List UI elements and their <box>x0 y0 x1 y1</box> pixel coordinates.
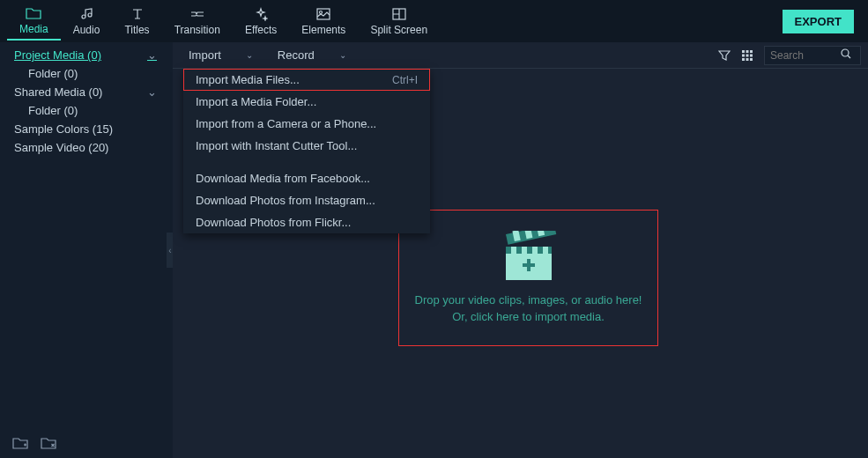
search-icon[interactable] <box>841 48 851 62</box>
tree-item-folder[interactable]: Folder (0) <box>0 64 173 83</box>
tree-label: Folder (0) <box>28 104 78 117</box>
svg-rect-3 <box>742 50 745 53</box>
folder-icon <box>26 5 41 21</box>
tree-label: Sample Video (20) <box>14 141 108 154</box>
tree-label: Sample Colors (15) <box>14 122 113 136</box>
tree-label: Shared Media (0) <box>14 85 102 99</box>
dropdown-label: Import <box>189 48 221 62</box>
menu-label: Import Media Files... <box>196 73 300 86</box>
menu-import-media-files[interactable]: Import Media Files... Ctrl+I <box>183 69 430 91</box>
content-toolbar: Import ⌄ Record ⌄ <box>173 42 868 69</box>
import-menu: Import Media Files... Ctrl+I Import a Me… <box>183 69 430 233</box>
tab-label: Effects <box>245 24 277 36</box>
tab-label: Titles <box>124 24 149 36</box>
transition-icon <box>189 6 205 22</box>
menu-import-camera-phone[interactable]: Import from a Camera or a Phone... <box>183 113 430 135</box>
filter-icon[interactable] <box>718 49 731 62</box>
tree-item-sample-video[interactable]: Sample Video (20) <box>0 138 173 157</box>
menu-label: Import with Instant Cutter Tool... <box>196 139 357 152</box>
tree-label: Folder (0) <box>28 67 78 80</box>
drop-zone-line1: Drop your video clips, images, or audio … <box>415 292 642 308</box>
text-icon <box>130 6 145 22</box>
svg-rect-11 <box>750 58 753 61</box>
svg-rect-20 <box>522 247 527 254</box>
svg-rect-6 <box>742 54 745 56</box>
clapperboard-icon <box>497 231 560 284</box>
svg-point-1 <box>320 11 323 14</box>
svg-rect-7 <box>746 54 749 56</box>
split-screen-icon <box>392 6 406 22</box>
new-folder-icon[interactable] <box>12 437 28 449</box>
svg-rect-8 <box>750 54 753 56</box>
svg-rect-22 <box>543 247 548 254</box>
tree-item-shared-media[interactable]: Shared Media (0) ⌄ <box>0 83 173 101</box>
drop-zone-text: Drop your video clips, images, or audio … <box>415 292 642 324</box>
image-icon <box>316 6 330 22</box>
svg-point-12 <box>842 49 849 56</box>
svg-rect-10 <box>746 58 749 61</box>
menu-import-media-folder[interactable]: Import a Media Folder... <box>183 91 430 113</box>
tree-item-folder[interactable]: Folder (0) <box>0 101 173 120</box>
menu-separator <box>183 157 430 167</box>
sidebar-footer <box>0 428 173 458</box>
menu-label: Download Photos from Flickr... <box>196 216 351 229</box>
music-note-icon <box>79 6 93 22</box>
sparkle-icon <box>254 6 268 22</box>
grid-view-icon[interactable] <box>741 49 753 62</box>
tab-media[interactable]: Media <box>7 2 61 41</box>
tab-effects[interactable]: Effects <box>233 3 289 40</box>
svg-rect-0 <box>317 9 330 19</box>
tree-item-project-media[interactable]: Project Media (0) ⌄ <box>0 46 173 64</box>
menu-download-flickr[interactable]: Download Photos from Flickr... <box>183 211 430 233</box>
menu-label: Download Photos from Instagram... <box>196 194 375 207</box>
content-panel: Import ⌄ Record ⌄ <box>173 42 868 458</box>
tab-label: Media <box>19 23 48 35</box>
search-input[interactable] <box>770 49 841 62</box>
drop-zone[interactable]: Drop your video clips, images, or audio … <box>398 210 658 346</box>
menu-import-instant-cutter[interactable]: Import with Instant Cutter Tool... <box>183 135 430 157</box>
import-dropdown[interactable]: Import ⌄ <box>180 46 262 64</box>
tab-label: Elements <box>301 24 345 36</box>
main-area: Project Media (0) ⌄ Folder (0) Shared Me… <box>0 42 868 458</box>
tab-elements[interactable]: Elements <box>289 3 358 40</box>
drop-zone-line2: Or, click here to import media. <box>415 309 642 325</box>
menu-label: Download Media from Facebook... <box>196 172 370 185</box>
top-tabs: Media Audio Titles Transition Effects El… <box>0 0 868 42</box>
chevron-down-icon[interactable]: ⌄ <box>147 85 166 99</box>
tab-label: Audio <box>73 24 100 36</box>
svg-rect-21 <box>532 247 538 254</box>
chevron-down-icon[interactable]: ⌄ <box>147 48 166 62</box>
svg-rect-5 <box>750 50 753 53</box>
chevron-down-icon: ⌄ <box>339 50 346 60</box>
menu-download-facebook[interactable]: Download Media from Facebook... <box>183 167 430 189</box>
tab-audio[interactable]: Audio <box>61 3 113 40</box>
chevron-down-icon: ⌄ <box>246 50 253 60</box>
svg-rect-4 <box>746 50 749 53</box>
dropdown-label: Record <box>278 48 315 62</box>
menu-shortcut: Ctrl+I <box>392 74 418 86</box>
record-dropdown[interactable]: Record ⌄ <box>269 46 355 64</box>
tree-item-sample-colors[interactable]: Sample Colors (15) <box>0 120 173 138</box>
media-tree: Project Media (0) ⌄ Folder (0) Shared Me… <box>0 42 173 428</box>
tab-transition[interactable]: Transition <box>162 3 233 40</box>
tab-label: Split Screen <box>370 24 427 36</box>
tab-split-screen[interactable]: Split Screen <box>358 3 440 40</box>
svg-rect-19 <box>511 247 516 254</box>
delete-folder-icon[interactable] <box>41 437 56 449</box>
tab-label: Transition <box>174 24 220 36</box>
tab-titles[interactable]: Titles <box>112 3 161 40</box>
tree-label: Project Media (0) <box>14 48 101 62</box>
menu-label: Import from a Camera or a Phone... <box>196 117 376 130</box>
svg-rect-9 <box>742 58 745 61</box>
menu-download-instagram[interactable]: Download Photos from Instagram... <box>183 189 430 211</box>
export-button[interactable]: EXPORT <box>783 10 854 33</box>
search-box[interactable] <box>764 46 861 65</box>
menu-label: Import a Media Folder... <box>196 95 316 108</box>
sidebar: Project Media (0) ⌄ Folder (0) Shared Me… <box>0 42 173 458</box>
